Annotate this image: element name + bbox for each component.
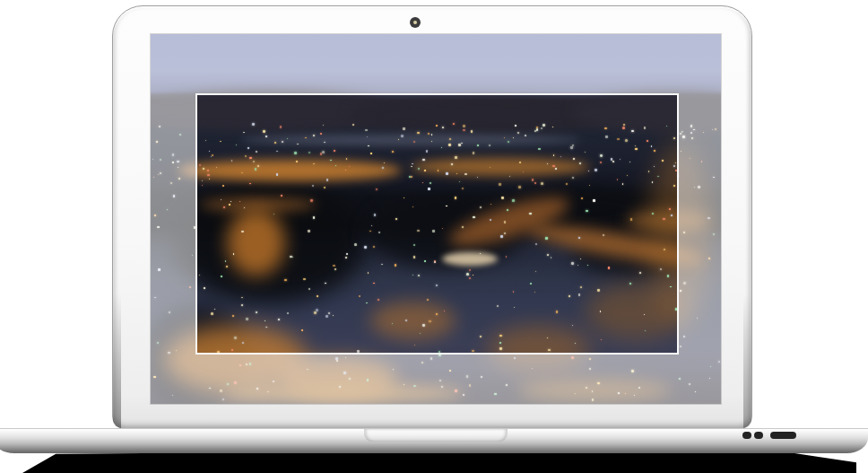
- webcam-icon: [410, 17, 421, 28]
- lid-edge-shade-right: [743, 293, 751, 428]
- lid-edge-shade-left: [113, 293, 121, 428]
- webcam-lens: [413, 21, 417, 24]
- crop-selection-rectangle[interactable]: [195, 93, 679, 355]
- laptop-port-dot-icon: [742, 432, 751, 439]
- laptop-port-slot-icon: [770, 432, 796, 439]
- laptop-base-notch: [364, 429, 508, 442]
- laptop-lid: [112, 5, 752, 429]
- laptop-port-dot-icon: [754, 432, 763, 439]
- laptop-base: [0, 428, 868, 453]
- laptop-screen: [151, 34, 721, 404]
- laptop-mockup-scene: [0, 0, 868, 473]
